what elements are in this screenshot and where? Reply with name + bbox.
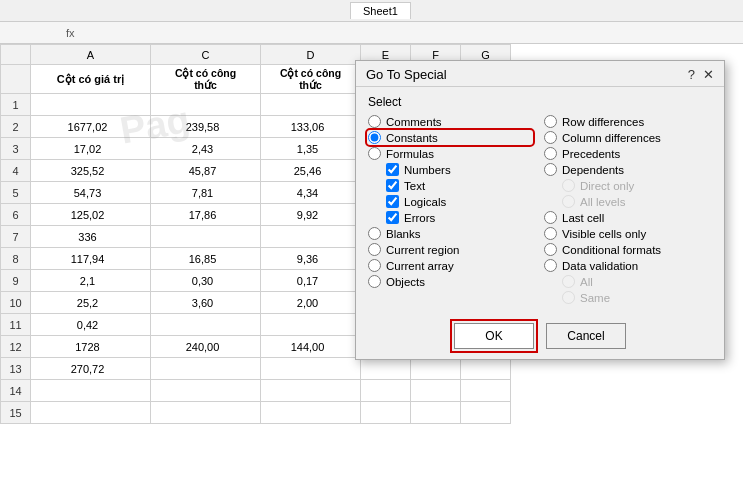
option-numbers[interactable]: Numbers [386, 163, 532, 176]
cell-c9[interactable]: 0,30 [151, 270, 261, 292]
option-constants[interactable]: Constants [368, 131, 532, 144]
option-all-sub[interactable]: All [562, 275, 712, 288]
cell-a12[interactable]: 1728 [31, 336, 151, 358]
cell-c1[interactable] [151, 94, 261, 116]
cell-d8[interactable]: 9,36 [261, 248, 361, 270]
cell-c5[interactable]: 7,81 [151, 182, 261, 204]
option-objects[interactable]: Objects [368, 275, 532, 288]
cell-f13[interactable] [411, 358, 461, 380]
close-icon[interactable]: ✕ [703, 67, 714, 82]
cell-d5[interactable]: 4,34 [261, 182, 361, 204]
radio-all-sub[interactable] [562, 275, 575, 288]
radio-dependents[interactable] [544, 163, 557, 176]
cell-c10[interactable]: 3,60 [151, 292, 261, 314]
cell-a3[interactable]: 17,02 [31, 138, 151, 160]
cell-f14[interactable] [411, 380, 461, 402]
cell-c11[interactable] [151, 314, 261, 336]
cell-a4[interactable]: 325,52 [31, 160, 151, 182]
cell-d11[interactable] [261, 314, 361, 336]
option-direct-only[interactable]: Direct only [562, 179, 712, 192]
option-last-cell[interactable]: Last cell [544, 211, 712, 224]
cell-d10[interactable]: 2,00 [261, 292, 361, 314]
radio-row-diff[interactable] [544, 115, 557, 128]
cell-a9[interactable]: 2,1 [31, 270, 151, 292]
col-header-c[interactable]: C [151, 45, 261, 65]
radio-visible-cells[interactable] [544, 227, 557, 240]
option-comments[interactable]: Comments [368, 115, 532, 128]
option-current-array[interactable]: Current array [368, 259, 532, 272]
radio-data-validation[interactable] [544, 259, 557, 272]
radio-all-levels[interactable] [562, 195, 575, 208]
help-icon[interactable]: ? [688, 67, 695, 82]
cell-c15[interactable] [151, 402, 261, 424]
cell-d15[interactable] [261, 402, 361, 424]
cell-d12[interactable]: 144,00 [261, 336, 361, 358]
ok-button[interactable]: OK [454, 323, 534, 349]
radio-constants[interactable] [368, 131, 381, 144]
cell-a1[interactable] [31, 94, 151, 116]
check-numbers[interactable] [386, 163, 399, 176]
check-logicals[interactable] [386, 195, 399, 208]
cell-e14[interactable] [361, 380, 411, 402]
cell-d2[interactable]: 133,06 [261, 116, 361, 138]
cell-c3[interactable]: 2,43 [151, 138, 261, 160]
radio-blanks[interactable] [368, 227, 381, 240]
option-all-levels[interactable]: All levels [562, 195, 712, 208]
radio-direct-only[interactable] [562, 179, 575, 192]
check-text[interactable] [386, 179, 399, 192]
cell-g14[interactable] [461, 380, 511, 402]
radio-precedents[interactable] [544, 147, 557, 160]
option-dependents[interactable]: Dependents [544, 163, 712, 176]
check-errors[interactable] [386, 211, 399, 224]
option-row-diff[interactable]: Row differences [544, 115, 712, 128]
cell-a5[interactable]: 54,73 [31, 182, 151, 204]
cell-d9[interactable]: 0,17 [261, 270, 361, 292]
cell-e15[interactable] [361, 402, 411, 424]
radio-current-array[interactable] [368, 259, 381, 272]
option-text[interactable]: Text [386, 179, 532, 192]
cell-a10[interactable]: 25,2 [31, 292, 151, 314]
radio-cond-formats[interactable] [544, 243, 557, 256]
cell-c2[interactable]: 239,58 [151, 116, 261, 138]
option-current-region[interactable]: Current region [368, 243, 532, 256]
option-cond-formats[interactable]: Conditional formats [544, 243, 712, 256]
cell-a2[interactable]: 1677,02 [31, 116, 151, 138]
cell-a13[interactable]: 270,72 [31, 358, 151, 380]
cell-a11[interactable]: 0,42 [31, 314, 151, 336]
cell-d6[interactable]: 9,92 [261, 204, 361, 226]
cell-a8[interactable]: 117,94 [31, 248, 151, 270]
cell-d4[interactable]: 25,46 [261, 160, 361, 182]
cell-c7[interactable] [151, 226, 261, 248]
radio-same-sub[interactable] [562, 291, 575, 304]
option-col-diff[interactable]: Column differences [544, 131, 712, 144]
option-formulas[interactable]: Formulas [368, 147, 532, 160]
radio-comments[interactable] [368, 115, 381, 128]
cancel-button[interactable]: Cancel [546, 323, 626, 349]
cell-d3[interactable]: 1,35 [261, 138, 361, 160]
radio-last-cell[interactable] [544, 211, 557, 224]
cell-c4[interactable]: 45,87 [151, 160, 261, 182]
cell-d1[interactable] [261, 94, 361, 116]
option-visible-cells[interactable]: Visible cells only [544, 227, 712, 240]
radio-objects[interactable] [368, 275, 381, 288]
cell-a15[interactable] [31, 402, 151, 424]
cell-e13[interactable] [361, 358, 411, 380]
option-same-sub[interactable]: Same [562, 291, 712, 304]
cell-d7[interactable] [261, 226, 361, 248]
cell-g15[interactable] [461, 402, 511, 424]
cell-d13[interactable] [261, 358, 361, 380]
cell-c14[interactable] [151, 380, 261, 402]
option-logicals[interactable]: Logicals [386, 195, 532, 208]
radio-current-region[interactable] [368, 243, 381, 256]
option-errors[interactable]: Errors [386, 211, 532, 224]
col-header-d[interactable]: D [261, 45, 361, 65]
cell-c13[interactable] [151, 358, 261, 380]
cell-a7[interactable]: 336 [31, 226, 151, 248]
option-data-validation[interactable]: Data validation [544, 259, 712, 272]
col-header-a[interactable]: A [31, 45, 151, 65]
cell-a14[interactable] [31, 380, 151, 402]
cell-c12[interactable]: 240,00 [151, 336, 261, 358]
sheet-tab[interactable]: Sheet1 [350, 2, 411, 19]
cell-g13[interactable] [461, 358, 511, 380]
cell-c8[interactable]: 16,85 [151, 248, 261, 270]
